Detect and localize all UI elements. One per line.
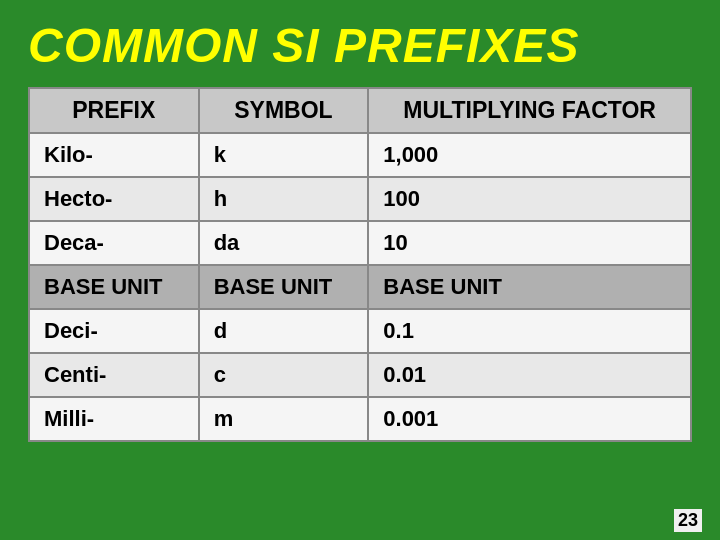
cell-prefix: Kilo-: [29, 133, 199, 177]
cell-prefix: Hecto-: [29, 177, 199, 221]
cell-prefix: Deci-: [29, 309, 199, 353]
cell-factor: 0.01: [368, 353, 691, 397]
table-row: Deca-da10: [29, 221, 691, 265]
page-title: COMMON SI PREFIXES: [0, 0, 720, 87]
cell-factor: 100: [368, 177, 691, 221]
cell-symbol: da: [199, 221, 369, 265]
cell-symbol: k: [199, 133, 369, 177]
table-row: Hecto-h100: [29, 177, 691, 221]
col-header-prefix: PREFIX: [29, 88, 199, 133]
table-header-row: PREFIX SYMBOL MULTIPLYING FACTOR: [29, 88, 691, 133]
table-row: Milli-m0.001: [29, 397, 691, 441]
cell-symbol: c: [199, 353, 369, 397]
table-row: Deci-d0.1: [29, 309, 691, 353]
cell-prefix: Milli-: [29, 397, 199, 441]
cell-factor: 0.1: [368, 309, 691, 353]
cell-prefix: Centi-: [29, 353, 199, 397]
cell-symbol: m: [199, 397, 369, 441]
slide-number: 23: [674, 509, 702, 532]
cell-prefix: BASE UNIT: [29, 265, 199, 309]
cell-factor: 0.001: [368, 397, 691, 441]
cell-factor: 1,000: [368, 133, 691, 177]
cell-factor: 10: [368, 221, 691, 265]
table-row: Kilo-k1,000: [29, 133, 691, 177]
table-row: Centi-c0.01: [29, 353, 691, 397]
cell-symbol: h: [199, 177, 369, 221]
table-row: BASE UNITBASE UNITBASE UNIT: [29, 265, 691, 309]
col-header-factor: MULTIPLYING FACTOR: [368, 88, 691, 133]
col-header-symbol: SYMBOL: [199, 88, 369, 133]
cell-prefix: Deca-: [29, 221, 199, 265]
cell-factor: BASE UNIT: [368, 265, 691, 309]
table-container: PREFIX SYMBOL MULTIPLYING FACTOR Kilo-k1…: [28, 87, 692, 442]
si-prefixes-table: PREFIX SYMBOL MULTIPLYING FACTOR Kilo-k1…: [28, 87, 692, 442]
cell-symbol: BASE UNIT: [199, 265, 369, 309]
cell-symbol: d: [199, 309, 369, 353]
